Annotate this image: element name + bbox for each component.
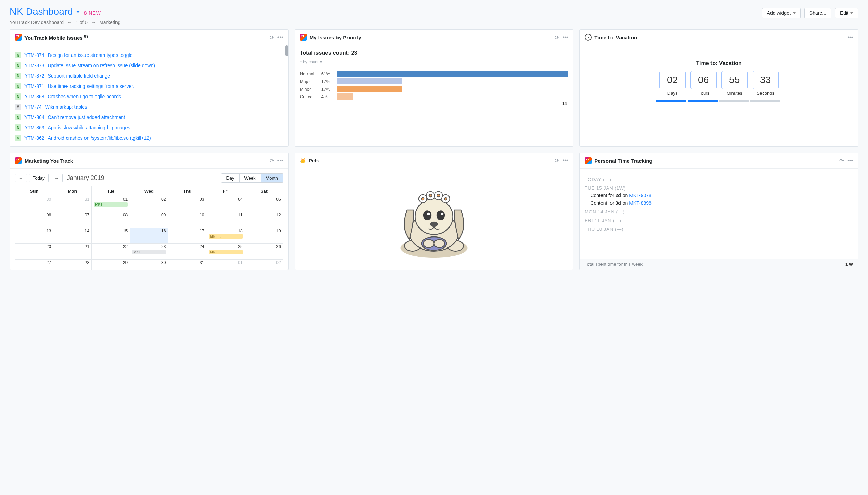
issue-row[interactable]: N YTM-872 Support multiple field change — [15, 71, 283, 81]
countdown-value: 06 — [690, 71, 717, 89]
chevron-down-icon — [793, 12, 796, 14]
countdown-value: 55 — [721, 71, 748, 89]
calendar-cell[interactable]: 17 — [168, 228, 206, 244]
add-widget-button[interactable]: Add widget — [762, 8, 801, 18]
issue-tag: N — [15, 135, 21, 141]
countdown-label: Days — [659, 91, 686, 96]
youtrack-logo-icon — [300, 34, 307, 41]
prev-dashboard-button[interactable]: ← — [67, 20, 72, 25]
calendar-prev-button[interactable]: ← — [15, 174, 27, 182]
calendar-cell[interactable]: 24 — [168, 244, 206, 260]
calendar-cell[interactable]: 23MKT… — [130, 244, 168, 260]
calendar-cell[interactable]: 30 — [130, 260, 168, 270]
time-tracking-footer-value: 1 W — [845, 262, 853, 267]
next-dashboard-button[interactable]: → — [91, 20, 96, 25]
refresh-icon[interactable]: ⟳ — [555, 34, 559, 41]
calendar-cell[interactable]: 08 — [92, 212, 130, 228]
time-tracking-day-header: MON 14 JAN (—) — [585, 209, 853, 214]
clock-icon — [585, 34, 592, 41]
calendar-cell[interactable]: 01 — [206, 260, 245, 270]
calendar-view-week[interactable]: Week — [239, 174, 261, 182]
calendar-cell[interactable]: 04 — [206, 196, 245, 212]
issue-link[interactable]: MKT-9078 — [629, 193, 652, 198]
calendar-cell[interactable]: 07 — [53, 212, 92, 228]
refresh-icon[interactable]: ⟳ — [839, 158, 844, 164]
refresh-icon[interactable]: ⟳ — [555, 157, 559, 164]
calendar-cell[interactable]: 10 — [168, 212, 206, 228]
calendar-view-month[interactable]: Month — [261, 174, 283, 182]
issue-title: Crashes when I go to agile boards — [48, 94, 121, 99]
calendar-month-label: January 2019 — [67, 174, 104, 182]
calendar-cell[interactable]: 20 — [15, 244, 53, 260]
calendar-cell[interactable]: 16 — [130, 228, 168, 244]
calendar-cell[interactable]: 09 — [130, 212, 168, 228]
edit-button[interactable]: Edit — [835, 8, 858, 18]
bar-fill — [337, 93, 353, 100]
time-tracking-day-header: TUE 15 JAN (1W) — [585, 185, 853, 191]
calendar-cell[interactable]: 03 — [168, 196, 206, 212]
more-icon[interactable]: ••• — [277, 34, 283, 41]
time-tracking-entry: Content for 3d on MKT-8898 — [590, 200, 853, 206]
breadcrumb: YouTrack Dev dashboard ← 1 of 6 → Market… — [10, 20, 858, 25]
svg-point-4 — [415, 199, 453, 235]
calendar-cell[interactable]: 13 — [15, 228, 53, 244]
calendar-cell[interactable]: 31 — [53, 196, 92, 212]
chart-axis-max: 14 — [334, 101, 568, 106]
countdown-label: Minutes — [721, 91, 748, 96]
calendar-event[interactable]: MKT… — [209, 250, 242, 254]
refresh-icon[interactable]: ⟳ — [270, 158, 274, 164]
calendar-cell[interactable]: 28 — [53, 260, 92, 270]
calendar-cell[interactable]: 06 — [15, 212, 53, 228]
issue-row[interactable]: N YTM-873 Update issue stream on refresh… — [15, 60, 283, 71]
more-icon[interactable]: ••• — [277, 158, 283, 164]
widget-title: Pets — [309, 158, 320, 163]
issue-row[interactable]: M YTM-74 Wiki markup: tables — [15, 102, 283, 112]
calendar-cell[interactable]: 30 — [15, 196, 53, 212]
issue-row[interactable]: N YTM-862 Android crashes on /system/lib… — [15, 133, 283, 143]
calendar-cell[interactable]: 05 — [245, 196, 283, 212]
dashboard-title-dropdown[interactable]: NK Dashboard — [10, 6, 80, 17]
calendar-cell[interactable]: 14 — [53, 228, 92, 244]
more-icon[interactable]: ••• — [847, 34, 853, 40]
issue-row[interactable]: N YTM-871 Use time-tracking settings fro… — [15, 81, 283, 91]
calendar-cell[interactable]: 26 — [245, 244, 283, 260]
calendar-cell[interactable]: 11 — [206, 212, 245, 228]
calendar-today-button[interactable]: Today — [29, 174, 49, 182]
scrollbar-thumb[interactable] — [285, 45, 288, 56]
more-icon[interactable]: ••• — [563, 157, 568, 164]
calendar-cell[interactable]: 27 — [15, 260, 53, 270]
sort-dropdown[interactable]: ↑ by count ▾ … — [300, 60, 568, 64]
issue-row[interactable]: N YTM-864 Can't remove just added attach… — [15, 112, 283, 122]
calendar-cell[interactable]: 21 — [53, 244, 92, 260]
more-icon[interactable]: ••• — [563, 34, 568, 41]
calendar-cell[interactable]: 19 — [245, 228, 283, 244]
calendar-cell[interactable]: 12 — [245, 212, 283, 228]
issue-row[interactable]: N YTM-868 Crashes when I go to agile boa… — [15, 91, 283, 102]
calendar-cell[interactable]: 18MKT… — [206, 228, 245, 244]
svg-point-12 — [434, 240, 445, 248]
calendar-cell[interactable]: 25MKT… — [206, 244, 245, 260]
more-icon[interactable]: ••• — [847, 158, 853, 164]
issue-link[interactable]: MKT-8898 — [629, 200, 652, 206]
calendar-next-button[interactable]: → — [51, 174, 63, 182]
calendar-event[interactable]: MKT… — [132, 250, 166, 254]
calendar-cell[interactable]: 31 — [168, 260, 206, 270]
calendar-cell[interactable]: 02 — [130, 196, 168, 212]
calendar-cell[interactable]: 01MKT… — [92, 196, 130, 212]
calendar-cell[interactable]: 22 — [92, 244, 130, 260]
dashboard-title: NK Dashboard — [10, 6, 73, 17]
refresh-icon[interactable]: ⟳ — [270, 34, 274, 41]
calendar-event[interactable]: MKT… — [209, 234, 242, 239]
calendar-event[interactable]: MKT… — [94, 202, 128, 207]
time-tracking-footer-label: Total spent time for this week — [585, 262, 643, 267]
calendar-cell[interactable]: 02 — [245, 260, 283, 270]
issue-tag: N — [15, 93, 21, 100]
issue-title: Support multiple field change — [48, 73, 110, 79]
calendar-cell[interactable]: 15 — [92, 228, 130, 244]
calendar-cell[interactable]: 29 — [92, 260, 130, 270]
share-button[interactable]: Share... — [804, 8, 831, 18]
countdown-label: Hours — [690, 91, 717, 96]
issue-row[interactable]: N YTM-863 App is slow while attaching bi… — [15, 122, 283, 133]
issue-row[interactable]: N YTM-874 Design for an issue stream typ… — [15, 50, 283, 60]
calendar-view-day[interactable]: Day — [221, 174, 239, 182]
